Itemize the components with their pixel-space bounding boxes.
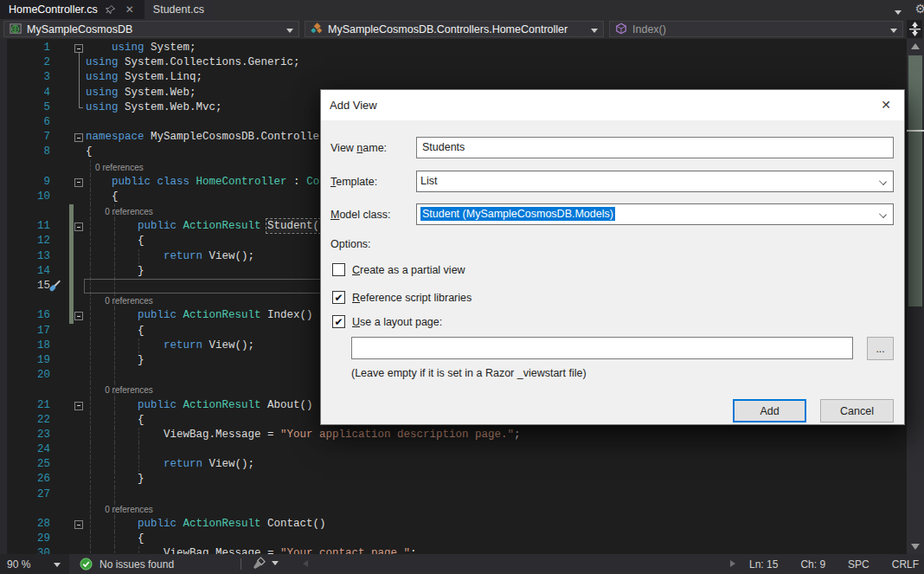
line-number: 20 — [0, 368, 50, 383]
change-tracking-bar — [69, 204, 74, 219]
code-line: 26 } — [0, 472, 907, 487]
dialog-title: Add View — [330, 99, 377, 112]
line-number: 26 — [0, 472, 50, 487]
references-codelens[interactable]: 0 references — [86, 502, 153, 517]
vertical-scrollbar[interactable] — [907, 39, 924, 554]
scroll-left-icon[interactable] — [303, 560, 308, 567]
code-text: ViewBag.Message = "Your application desc… — [86, 428, 521, 442]
change-tracking-bar — [69, 339, 74, 353]
tab-label: Student.cs — [153, 3, 204, 16]
line-number: 18 — [0, 339, 50, 353]
editor-status-strip: 90 % No issues found Ln: 15 Ch: 9 SPC CR… — [0, 554, 924, 574]
layout-page-input[interactable] — [351, 337, 853, 359]
change-tracking-bar — [69, 279, 74, 293]
browse-button[interactable]: ... — [867, 337, 894, 360]
scroll-down-icon[interactable] — [911, 544, 920, 550]
code-text: using System.Collections.Generic; — [86, 55, 300, 70]
code-line: 3using System.Linq; — [0, 70, 907, 85]
reference-scripts-checkbox-row[interactable]: ✔ Reference script libraries — [332, 291, 472, 304]
tab-homecontroller[interactable]: HomeController.cs ✕ — [0, 0, 144, 19]
add-button[interactable]: Add — [733, 399, 806, 422]
fold-collapse-icon[interactable] — [74, 44, 83, 53]
references-codelens[interactable]: 0 references — [86, 204, 153, 219]
options-label: Options: — [330, 238, 371, 250]
scroll-right-icon[interactable] — [730, 560, 735, 567]
indent-guide — [90, 442, 91, 457]
code-line: 27 — [0, 487, 907, 502]
checkbox-checked[interactable]: ✔ — [332, 291, 345, 304]
code-line: 28 public ActionResult Contact() — [0, 517, 907, 532]
divider — [241, 558, 241, 570]
chevron-down-icon — [890, 29, 897, 33]
line-number: 27 — [0, 487, 50, 502]
line-number: 5 — [0, 100, 50, 115]
fold-collapse-icon[interactable] — [74, 223, 83, 231]
close-icon[interactable]: ✕ — [124, 3, 136, 16]
code-text: { — [86, 324, 144, 339]
line-number: 19 — [0, 353, 50, 368]
layout-page-checkbox-row[interactable]: ✔ Use a layout page: — [332, 315, 442, 328]
change-tracking-bar — [69, 190, 74, 204]
dialog-title-bar[interactable]: Add View — [321, 90, 904, 120]
tab-student[interactable]: Student.cs — [144, 0, 213, 19]
line-number: 17 — [0, 324, 50, 339]
template-combobox[interactable]: List — [416, 171, 894, 192]
references-codelens[interactable]: 0 references — [86, 383, 153, 397]
code-text: { — [86, 234, 144, 248]
code-cleanup-button[interactable] — [253, 557, 279, 570]
zoom-level: 90 % — [7, 558, 30, 571]
code-text: return View(); — [86, 339, 254, 353]
code-references-row[interactable]: 0 references — [0, 502, 907, 517]
change-tracking-bar — [69, 502, 74, 517]
web-project-icon — [10, 23, 22, 35]
member-dropdown[interactable]: Index() — [609, 21, 903, 37]
code-text: { — [86, 413, 144, 428]
view-name-input[interactable]: Students — [416, 137, 894, 158]
change-tracking-bar — [69, 546, 74, 554]
partial-view-checkbox-row[interactable]: Create as a partial view — [332, 263, 465, 276]
change-tracking-bar — [69, 293, 74, 308]
indent-guide — [114, 487, 115, 502]
references-codelens[interactable]: 0 references — [86, 293, 153, 308]
references-codelens[interactable]: 0 references — [86, 160, 144, 175]
fold-collapse-icon[interactable] — [74, 178, 83, 187]
pin-icon[interactable] — [105, 3, 117, 16]
close-icon[interactable]: ✕ — [875, 95, 897, 114]
health-indicator[interactable]: No issues found — [80, 554, 174, 574]
indent-guide — [90, 487, 91, 502]
gear-icon[interactable]: ⚙ — [914, 2, 924, 16]
project-dropdown[interactable]: MySampleCosmosDB — [3, 21, 299, 37]
change-tracking-bar — [69, 517, 74, 532]
issues-text: No issues found — [99, 558, 174, 571]
type-dropdown[interactable]: MySampleCosmosDB.Controllers.HomeControl… — [305, 21, 604, 37]
quick-actions-screwdriver-icon[interactable] — [48, 280, 61, 293]
split-editor-handle[interactable] — [907, 20, 922, 38]
change-tracking-bar — [69, 234, 74, 248]
change-tracking-bar — [69, 472, 74, 487]
code-text: using System.Linq; — [86, 70, 202, 85]
scrollbar-thumb[interactable] — [908, 55, 922, 306]
line-number: 15 — [0, 279, 50, 293]
change-tracking-bar — [69, 368, 74, 383]
cancel-button[interactable]: Cancel — [820, 399, 894, 422]
tab-list-dropdown-icon[interactable] — [895, 3, 902, 18]
fold-collapse-icon[interactable] — [74, 133, 83, 142]
fold-collapse-icon[interactable] — [74, 312, 83, 320]
change-tracking-bar — [69, 130, 74, 145]
checkbox-label: Use a layout page: — [352, 316, 442, 328]
caret-position-marker — [907, 130, 924, 132]
model-class-label: Model class: — [330, 209, 390, 221]
fold-collapse-icon[interactable] — [74, 520, 83, 529]
code-text: return View(); — [86, 249, 254, 264]
zoom-selector[interactable]: 90 % — [0, 554, 69, 574]
fold-collapse-icon[interactable] — [74, 402, 83, 410]
scroll-up-icon[interactable] — [911, 43, 920, 49]
indent-mode[interactable]: SPC — [848, 558, 869, 571]
model-class-combobox[interactable]: Student (MySampleCosmosDB.Models) — [416, 203, 894, 225]
checkbox-unchecked[interactable] — [332, 263, 345, 276]
method-icon — [615, 23, 628, 35]
code-text: using System; — [86, 41, 196, 55]
checkbox-checked[interactable]: ✔ — [332, 315, 345, 328]
code-text: { — [86, 145, 93, 159]
line-ending-mode[interactable]: CRLF — [892, 558, 919, 571]
